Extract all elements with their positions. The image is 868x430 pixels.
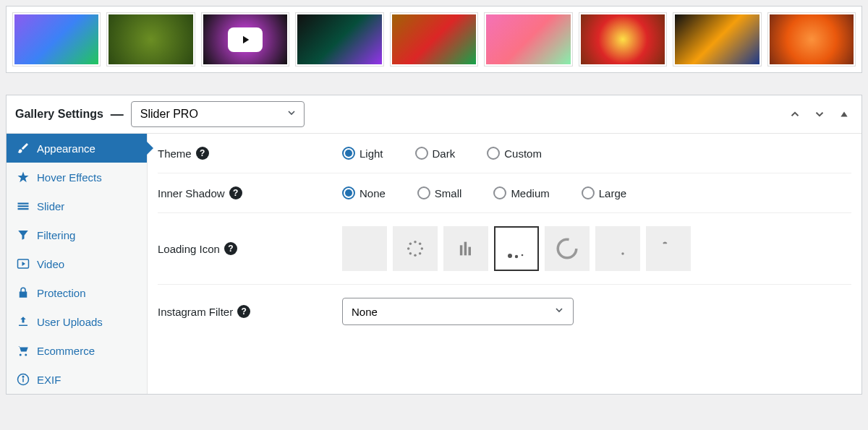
sidebar-item-label: Video (37, 258, 64, 270)
filter-icon (17, 228, 30, 241)
star-icon (17, 171, 30, 184)
sidebar-item-filtering[interactable]: Filtering (7, 220, 147, 249)
settings-content: Theme ? LightDarkCustom Inner Shadow ? N… (148, 134, 861, 394)
play-icon (228, 27, 263, 52)
svg-point-13 (419, 252, 422, 255)
sidebar-item-video[interactable]: Video (7, 249, 147, 278)
radio-shadow-small[interactable]: Small (417, 186, 462, 199)
upload-icon (17, 315, 30, 328)
gallery-thumbnail[interactable] (295, 12, 383, 66)
loading-icon-option[interactable] (494, 226, 539, 271)
move-up-button[interactable] (786, 106, 804, 123)
gallery-thumbnail[interactable] (106, 12, 195, 66)
gallery-thumbnail[interactable] (484, 12, 572, 66)
help-icon[interactable]: ? (196, 147, 209, 160)
help-icon[interactable]: ? (224, 242, 237, 255)
gallery-thumbnail[interactable] (673, 12, 761, 66)
svg-marker-0 (243, 35, 249, 43)
radio-theme-dark[interactable]: Dark (415, 147, 456, 160)
panel-header: Gallery Settings — Slider PRO (7, 95, 861, 134)
panel-title: Gallery Settings (15, 108, 103, 121)
radio-label: Light (359, 147, 383, 160)
preset-selected-label: Slider PRO (140, 108, 198, 121)
gallery-thumbnail-strip (6, 6, 862, 73)
loading-icon-option[interactable] (545, 226, 590, 271)
loading-icon-option[interactable] (342, 226, 387, 271)
instagram-filter-select[interactable]: None (342, 298, 574, 325)
sidebar-item-label: Filtering (37, 229, 75, 241)
svg-point-15 (409, 252, 412, 255)
svg-point-21 (508, 254, 512, 258)
svg-point-24 (558, 239, 576, 258)
sidebar-item-label: EXIF (37, 374, 61, 386)
radio-label: Large (599, 187, 626, 199)
play-icon (17, 257, 30, 270)
radio-shadow-medium[interactable]: Medium (493, 186, 549, 199)
loading-icon-option[interactable] (595, 226, 640, 271)
cart-icon (17, 344, 30, 357)
lock-icon (17, 286, 30, 299)
svg-rect-18 (460, 245, 463, 255)
loading-icon-option[interactable] (443, 226, 488, 271)
sidebar-item-appearance[interactable]: Appearance (7, 134, 147, 163)
loading-icon-option[interactable] (646, 226, 691, 271)
radio-label: Custom (504, 147, 542, 160)
radio-input (417, 186, 430, 199)
help-icon[interactable]: ? (237, 305, 250, 318)
svg-rect-20 (469, 247, 472, 256)
gallery-thumbnail[interactable] (201, 12, 289, 66)
radio-input (493, 186, 506, 199)
setting-row-instagram-filter: Instagram Filter ? None (158, 285, 851, 338)
sidebar-item-exif[interactable]: EXIF (7, 365, 147, 394)
preset-select[interactable]: Slider PRO (131, 101, 305, 127)
gallery-thumbnail[interactable] (12, 12, 101, 66)
sidebar-item-uploads[interactable]: User Uploads (7, 307, 147, 336)
gallery-thumbnail[interactable] (390, 12, 478, 66)
gallery-settings-panel: Gallery Settings — Slider PRO Appearance… (6, 95, 862, 395)
svg-point-22 (515, 255, 518, 258)
radio-input (342, 147, 355, 160)
setting-row-loading-icon: Loading Icon ? (158, 213, 851, 285)
svg-rect-19 (464, 242, 467, 256)
setting-row-inner-shadow: Inner Shadow ? NoneSmallMediumLarge (158, 173, 851, 213)
sidebar-item-ecommerce[interactable]: Ecommerce (7, 336, 147, 365)
collapse-button[interactable] (835, 106, 853, 123)
radio-theme-custom[interactable]: Custom (487, 147, 542, 160)
radio-label: Dark (433, 147, 456, 160)
gallery-thumbnail[interactable] (579, 12, 667, 66)
sidebar-item-protection[interactable]: Protection (7, 278, 147, 307)
svg-point-12 (421, 247, 424, 250)
info-icon (17, 373, 30, 386)
panel-dash: — (111, 107, 124, 122)
slider-icon (17, 199, 30, 212)
radio-shadow-large[interactable]: Large (582, 186, 626, 199)
radio-theme-light[interactable]: Light (342, 147, 383, 160)
gallery-thumbnail[interactable] (767, 12, 856, 66)
radio-label: None (359, 187, 386, 199)
svg-point-23 (522, 254, 524, 257)
help-icon[interactable]: ? (229, 186, 242, 199)
radio-input (415, 147, 428, 160)
sidebar-item-label: Protection (37, 287, 86, 299)
svg-point-10 (414, 241, 417, 244)
sidebar-item-slider[interactable]: Slider (7, 192, 147, 220)
radio-label: Medium (511, 187, 549, 199)
instagram-filter-label: Instagram Filter (158, 306, 233, 318)
loading-icon-label: Loading Icon (158, 243, 220, 255)
inner-shadow-label: Inner Shadow (158, 187, 225, 199)
radio-shadow-none[interactable]: None (342, 186, 386, 199)
theme-label: Theme (158, 147, 192, 160)
move-down-button[interactable] (811, 106, 828, 123)
svg-marker-1 (841, 112, 847, 117)
radio-input (487, 147, 500, 160)
setting-row-theme: Theme ? LightDarkCustom (158, 134, 851, 173)
svg-point-16 (407, 247, 410, 250)
svg-rect-4 (18, 208, 29, 210)
sidebar-item-hover[interactable]: Hover Effects (7, 163, 147, 192)
radio-input (582, 186, 595, 199)
svg-point-25 (621, 252, 624, 255)
instagram-filter-selected: None (352, 306, 378, 318)
svg-rect-3 (18, 205, 29, 207)
svg-point-14 (414, 254, 417, 257)
loading-icon-option[interactable] (393, 226, 438, 271)
